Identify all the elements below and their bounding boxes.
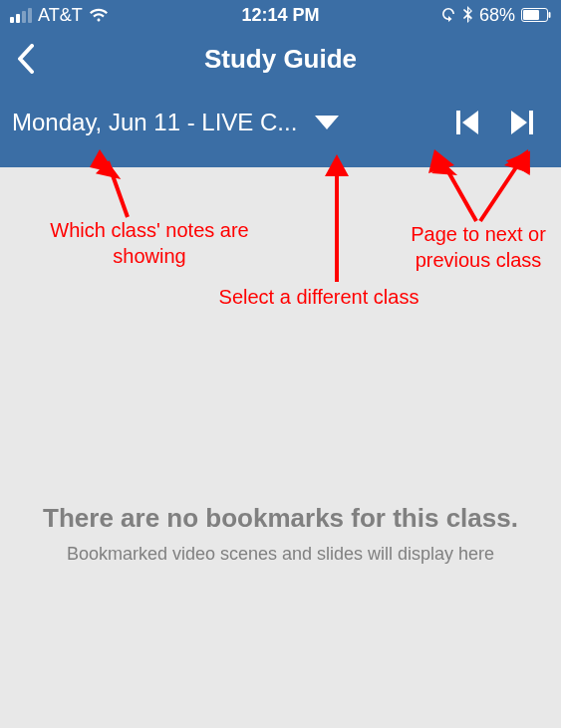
annotation-page-class: Page to next orprevious class [399, 221, 558, 273]
class-selector-row: Monday, Jun 11 - LIVE C... [0, 88, 561, 167]
cell-signal-icon [10, 8, 32, 23]
class-dropdown-button[interactable] [297, 115, 357, 130]
battery-pct-label: 68% [479, 5, 515, 26]
svg-rect-1 [523, 10, 539, 20]
skip-previous-icon [456, 111, 478, 134]
empty-state: There are no bookmarks for this class. B… [0, 503, 561, 565]
back-button[interactable] [0, 30, 50, 88]
svg-rect-2 [549, 12, 551, 18]
battery-icon [521, 8, 551, 22]
empty-state-subtitle: Bookmarked video scenes and slides will … [20, 544, 541, 565]
skip-next-icon [511, 111, 533, 134]
chevron-left-icon [16, 44, 34, 74]
rotation-lock-icon [440, 7, 456, 23]
current-class-label: Monday, Jun 11 - LIVE C... [12, 109, 297, 136]
annotation-which-class: Which class' notes areshowing [30, 217, 269, 269]
next-class-button[interactable] [494, 111, 549, 134]
carrier-label: AT&T [38, 5, 83, 26]
annotation-arrow-icon [319, 154, 359, 284]
status-bar: AT&T 12:14 PM 68% [0, 0, 561, 30]
nav-bar: Study Guide [0, 30, 561, 88]
bluetooth-icon [462, 6, 473, 24]
previous-class-button[interactable] [439, 111, 494, 134]
annotation-select-class: Select a different class [189, 284, 448, 310]
dropdown-triangle-icon [314, 115, 340, 130]
svg-rect-3 [456, 111, 460, 134]
empty-state-title: There are no bookmarks for this class. [20, 503, 541, 534]
svg-line-10 [442, 161, 476, 221]
wifi-icon [89, 8, 109, 22]
svg-line-13 [480, 161, 520, 221]
page-title: Study Guide [0, 44, 561, 75]
svg-line-5 [108, 161, 128, 217]
svg-rect-4 [529, 111, 533, 134]
